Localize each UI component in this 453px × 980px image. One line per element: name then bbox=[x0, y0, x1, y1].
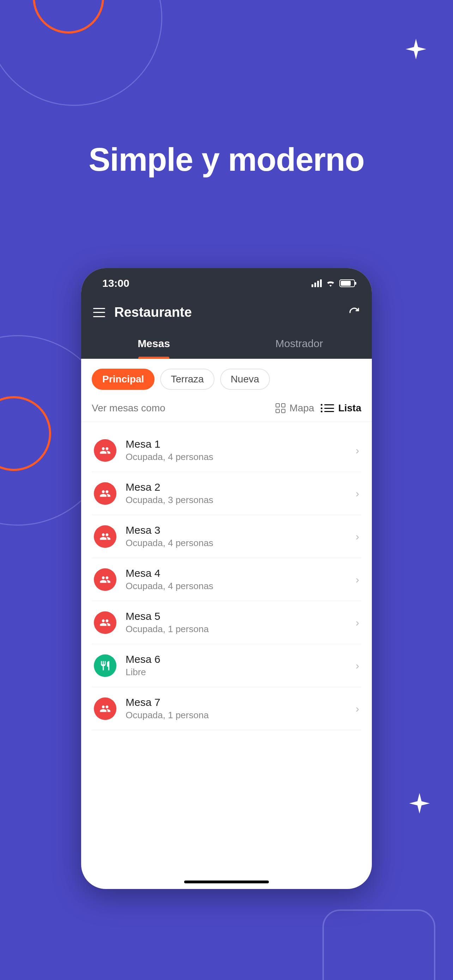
status-time: 13:00 bbox=[102, 277, 129, 289]
tables-list: Mesa 1Ocupada, 4 personas›Mesa 2Ocupada,… bbox=[81, 422, 372, 889]
table-status: Ocupada, 1 persona bbox=[126, 710, 347, 721]
table-row[interactable]: Mesa 5Ocupada, 1 persona› bbox=[92, 601, 361, 644]
status-bar: 13:00 bbox=[81, 268, 372, 298]
cutlery-icon bbox=[94, 654, 116, 677]
sparkle-icon bbox=[407, 793, 432, 818]
chip-nueva[interactable]: Nueva bbox=[220, 369, 270, 390]
table-row[interactable]: Mesa 1Ocupada, 4 personas› bbox=[92, 425, 361, 472]
table-name: Mesa 2 bbox=[126, 481, 347, 493]
table-row[interactable]: Mesa 7Ocupada, 1 persona› bbox=[92, 687, 361, 730]
status-icons bbox=[312, 279, 355, 287]
view-lista[interactable]: Lista bbox=[324, 402, 361, 414]
sparkle-icon bbox=[404, 39, 428, 64]
header-tabs: MesasMostrador bbox=[81, 329, 372, 359]
people-icon bbox=[94, 482, 116, 505]
home-indicator bbox=[184, 881, 269, 883]
table-row[interactable]: Mesa 3Ocupada, 4 personas› bbox=[92, 515, 361, 558]
tab-mostrador[interactable]: Mostrador bbox=[227, 329, 372, 359]
chevron-right-icon: › bbox=[356, 444, 359, 457]
people-icon bbox=[94, 697, 116, 720]
view-option-label: Lista bbox=[339, 402, 361, 414]
table-status: Ocupada, 4 personas bbox=[126, 452, 347, 463]
people-icon bbox=[94, 568, 116, 591]
table-name: Mesa 5 bbox=[126, 610, 347, 622]
people-icon bbox=[94, 439, 116, 462]
people-icon bbox=[94, 525, 116, 548]
refresh-button[interactable] bbox=[348, 307, 360, 318]
table-name: Mesa 3 bbox=[126, 524, 347, 536]
view-option-label: Mapa bbox=[290, 402, 314, 414]
chevron-right-icon: › bbox=[356, 531, 359, 542]
chevron-right-icon: › bbox=[356, 617, 359, 628]
view-mapa[interactable]: Mapa bbox=[275, 402, 314, 414]
list-icon bbox=[324, 404, 334, 412]
wifi-icon bbox=[326, 280, 335, 287]
chip-principal[interactable]: Principal bbox=[92, 369, 154, 390]
table-row[interactable]: Mesa 6Libre› bbox=[92, 644, 361, 687]
table-name: Mesa 1 bbox=[126, 438, 347, 450]
view-toggle-row: Ver mesas como MapaLista bbox=[81, 397, 372, 422]
header-title: Restaurante bbox=[114, 305, 339, 320]
chip-terraza[interactable]: Terraza bbox=[160, 369, 214, 390]
phone-frame: 13:00 Restaurante MesasMostrador Princip… bbox=[81, 268, 372, 889]
decoration-rect bbox=[323, 910, 436, 980]
table-row[interactable]: Mesa 4Ocupada, 4 personas› bbox=[92, 558, 361, 601]
chevron-right-icon: › bbox=[356, 703, 359, 715]
cell-signal-icon bbox=[312, 279, 322, 287]
app-header: Restaurante MesasMostrador bbox=[81, 298, 372, 359]
page-headline: Simple y moderno bbox=[0, 141, 453, 178]
table-name: Mesa 7 bbox=[126, 696, 347, 708]
table-status: Ocupada, 4 personas bbox=[126, 538, 347, 549]
chevron-right-icon: › bbox=[356, 574, 359, 585]
view-label: Ver mesas como bbox=[92, 402, 165, 414]
decoration-circle bbox=[0, 0, 162, 106]
table-status: Ocupada, 3 personas bbox=[126, 495, 347, 506]
chevron-right-icon: › bbox=[356, 488, 359, 500]
table-status: Ocupada, 4 personas bbox=[126, 581, 347, 592]
table-status: Ocupada, 1 persona bbox=[126, 624, 347, 635]
battery-icon bbox=[339, 279, 355, 287]
table-status: Libre bbox=[126, 667, 347, 678]
people-icon bbox=[94, 611, 116, 634]
table-name: Mesa 6 bbox=[126, 653, 347, 665]
table-name: Mesa 4 bbox=[126, 567, 347, 579]
area-chips: PrincipalTerrazaNueva bbox=[81, 359, 372, 397]
table-row[interactable]: Mesa 2Ocupada, 3 personas› bbox=[92, 472, 361, 515]
menu-button[interactable] bbox=[93, 308, 105, 317]
tab-mesas[interactable]: Mesas bbox=[81, 329, 227, 359]
grid-icon bbox=[275, 403, 285, 413]
chevron-right-icon: › bbox=[356, 660, 359, 672]
